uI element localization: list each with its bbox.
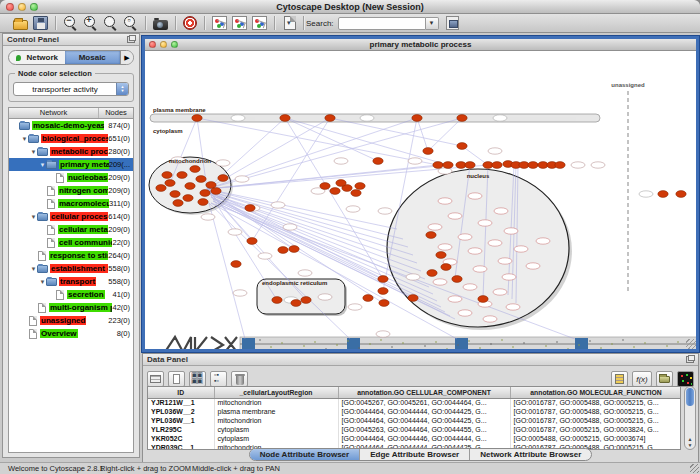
unselect-attributes-icon[interactable] (210, 371, 227, 387)
network-node[interactable] (190, 166, 200, 173)
save-icon[interactable] (33, 16, 48, 30)
network-node[interactable] (196, 176, 206, 183)
network-canvas[interactable]: plasma membranecytoplasmmitochondrionnuc… (145, 51, 696, 349)
network-node[interactable] (185, 183, 195, 190)
network-node[interactable] (433, 162, 443, 169)
network-node[interactable] (528, 162, 538, 169)
tree-row[interactable]: multi-organism pro42(0) (9, 301, 133, 314)
network-node[interactable] (272, 297, 282, 304)
table-row[interactable]: YPL036W__2plasma membrane[GO:0044464, GO… (148, 407, 681, 416)
help-icon[interactable] (183, 16, 197, 30)
table-row[interactable]: YKR052Ccytoplasm[GO:0044464, GO:0044446,… (148, 434, 681, 443)
network-node[interactable] (379, 300, 389, 307)
tree-row[interactable]: macromolecule311(0) (9, 197, 133, 210)
network-node[interactable] (465, 162, 475, 169)
network-node[interactable] (280, 115, 290, 122)
tree-row[interactable]: ▼biological_process651(0) (9, 132, 133, 145)
create-network-icon[interactable] (212, 16, 227, 30)
network-node[interactable] (198, 199, 208, 206)
tree-row[interactable]: ▼metabolic process280(0) (9, 145, 133, 158)
network-node[interactable] (363, 295, 373, 302)
tab-overflow-icon[interactable]: ▶ (120, 51, 133, 64)
zoom-out-icon[interactable]: − (63, 16, 78, 30)
network-node[interactable] (492, 162, 502, 169)
column-header[interactable]: ID (148, 387, 214, 398)
import-attributes-icon[interactable] (656, 371, 673, 387)
tree-row[interactable]: unassigned223(0) (9, 314, 133, 327)
network-node[interactable] (478, 296, 488, 303)
search-input[interactable] (338, 17, 426, 30)
network-node[interactable] (436, 252, 446, 259)
tree-row[interactable]: cell communicat22(0) (9, 236, 133, 249)
network-node[interactable] (378, 276, 388, 283)
network-node[interactable] (183, 195, 193, 202)
tree-row[interactable]: ▼primary metabo209(... (9, 158, 133, 171)
network-node[interactable] (676, 191, 686, 198)
network-node[interactable] (355, 183, 365, 190)
table-row[interactable]: YLR295Ccytoplasm[GO:0045263, GO:0044464,… (148, 425, 681, 434)
column-header[interactable]: _cellularLayoutRegion (214, 387, 338, 398)
network-node[interactable] (408, 295, 418, 302)
tree-row[interactable]: ▼transport558(0) (9, 275, 133, 288)
network-node[interactable] (289, 246, 299, 253)
scrollbar-arrows-icon[interactable]: ▲▼ (685, 436, 695, 448)
network-node[interactable] (192, 115, 202, 122)
network-node[interactable] (441, 264, 451, 271)
tab-mosaic[interactable]: Mosaic (65, 51, 121, 64)
attribute-matrix-icon[interactable] (677, 371, 694, 387)
network-node[interactable] (373, 158, 383, 165)
tree-row[interactable]: ▼cellular process614(0) (9, 210, 133, 223)
network-node[interactable] (325, 115, 335, 122)
network-node[interactable] (173, 200, 183, 207)
network-node[interactable] (336, 180, 346, 187)
float-data-panel-icon[interactable] (686, 356, 694, 363)
network-node[interactable] (378, 288, 388, 295)
attribute-list-icon[interactable] (611, 371, 628, 387)
network-node[interactable] (200, 190, 210, 197)
delete-attribute-icon[interactable] (231, 371, 248, 387)
network-node[interactable] (426, 232, 436, 239)
tree-row[interactable]: ▼establishment of lo558(0) (9, 262, 133, 275)
zoom-fit-icon[interactable] (103, 16, 118, 30)
network-node[interactable] (412, 115, 422, 122)
network-node[interactable] (156, 185, 166, 192)
tree-row[interactable]: mosaic-demo-yeast874(0) (9, 119, 133, 132)
tab-network[interactable]: Network (9, 51, 65, 64)
network-node[interactable] (443, 162, 453, 169)
app-resize-grip[interactable] (690, 464, 699, 473)
open-icon[interactable] (13, 20, 28, 30)
search-dropdown-icon[interactable]: ▼ (426, 17, 439, 30)
network-node[interactable] (177, 172, 187, 179)
network-node[interactable] (555, 162, 565, 169)
column-header[interactable]: annotation.GO MOLECULAR_FUNCTION (510, 387, 681, 398)
network-node[interactable] (658, 191, 668, 198)
column-header[interactable]: annotation.GO CELLULAR_COMPONENT (338, 387, 510, 398)
zoom-in-icon[interactable]: + (83, 16, 98, 30)
network-node[interactable] (245, 205, 255, 212)
network-node[interactable] (301, 297, 311, 304)
tab-network-attribute-browser[interactable]: Network Attribute Browser (470, 449, 591, 460)
network-node[interactable] (427, 270, 437, 277)
network-node[interactable] (231, 261, 241, 268)
table-scrollbar[interactable]: ▲▼ (684, 386, 696, 450)
window-resize-grip[interactable] (686, 339, 696, 349)
network-node[interactable] (165, 180, 175, 187)
plasma-membrane-region[interactable] (150, 114, 600, 122)
scrollbar-thumb[interactable] (686, 388, 694, 406)
search-settings-icon[interactable] (446, 16, 459, 30)
network-node[interactable] (330, 188, 340, 195)
tree-row[interactable]: nitrogen compo209(0) (9, 184, 133, 197)
network-node[interactable] (247, 238, 257, 245)
tree-row[interactable]: cellular metabol209(0) (9, 223, 133, 236)
float-panel-icon[interactable] (127, 36, 135, 43)
annotation-icon[interactable] (284, 16, 296, 30)
network-node[interactable] (320, 183, 330, 190)
snapshot-icon[interactable] (153, 20, 168, 30)
network-node[interactable] (457, 143, 467, 150)
network-node[interactable] (170, 191, 180, 198)
table-row[interactable]: YPL036W__1mitochondrion[GO:0044464, GO:0… (148, 416, 681, 425)
network-node[interactable] (452, 276, 462, 283)
tree-row[interactable]: nucleobase-209(0) (9, 171, 133, 184)
select-attributes-icon[interactable] (189, 371, 206, 387)
network-node[interactable] (278, 247, 288, 254)
